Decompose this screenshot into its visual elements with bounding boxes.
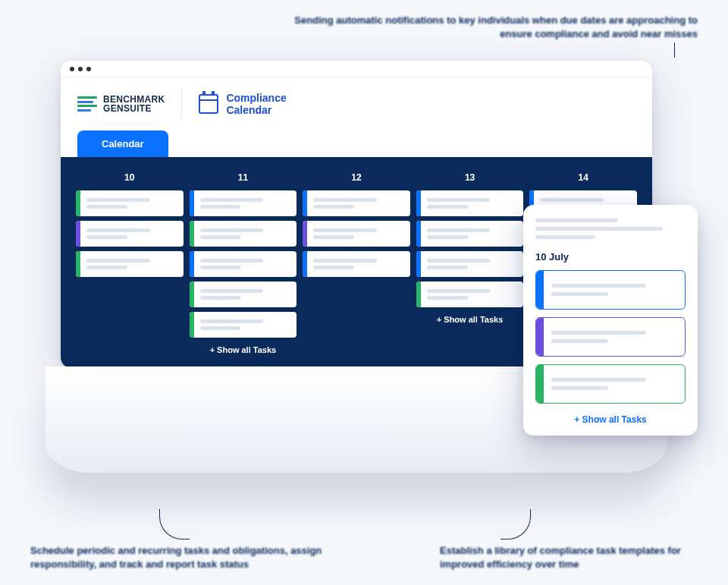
- app-title-line1: Compliance: [226, 92, 286, 104]
- window-dot: [86, 67, 91, 71]
- side-panel-header: [535, 219, 686, 239]
- app-title-text: Compliance Calendar: [226, 92, 286, 116]
- calendar-task-card[interactable]: [190, 251, 297, 277]
- annotation-bottom-right: Establish a library of compliance task t…: [440, 544, 698, 571]
- calendar-task-card[interactable]: [190, 221, 297, 247]
- window-dot: [70, 67, 74, 71]
- side-panel: 10 July + Show all Tasks: [523, 205, 698, 436]
- connector-line: [500, 509, 531, 539]
- calendar-task-card[interactable]: [190, 312, 297, 338]
- connector-line: [159, 509, 190, 539]
- calendar-task-card[interactable]: [416, 251, 524, 277]
- tab-bar: Calendar: [61, 131, 652, 157]
- header-divider: [181, 90, 182, 118]
- connector-line: [674, 42, 675, 58]
- calendar-day-header: 14: [529, 168, 637, 190]
- app-title: Compliance Calendar: [199, 92, 286, 116]
- brand-text: BENCHMARK GENSUITE: [103, 95, 165, 113]
- app-header: BENCHMARK GENSUITE Compliance Calendar: [61, 77, 652, 131]
- tab-calendar[interactable]: Calendar: [77, 131, 168, 157]
- calendar-task-card[interactable]: [416, 221, 524, 247]
- side-panel-cards: [535, 270, 686, 404]
- calendar-task-card[interactable]: [76, 190, 184, 216]
- side-task-card[interactable]: [535, 270, 686, 310]
- window-dot: [78, 67, 83, 71]
- calendar-task-card[interactable]: [303, 190, 410, 216]
- calendar-header-row: 1011121314: [73, 168, 640, 190]
- calendar-day-header: 11: [190, 168, 297, 190]
- brand-line2: GENSUITE: [103, 104, 165, 113]
- side-task-card[interactable]: [535, 364, 686, 404]
- calendar-task-card[interactable]: [190, 281, 297, 307]
- calendar-task-card[interactable]: [190, 190, 297, 216]
- side-show-all-link[interactable]: + Show all Tasks: [535, 411, 686, 425]
- calendar-day-header: 12: [303, 168, 410, 190]
- calendar-day-header: 10: [76, 168, 184, 190]
- calendar-task-card[interactable]: [416, 281, 524, 307]
- show-all-tasks-link[interactable]: + Show all Tasks: [416, 307, 524, 324]
- calendar-task-card[interactable]: [303, 251, 410, 277]
- calendar-task-card[interactable]: [416, 190, 524, 216]
- calendar-icon: [199, 94, 218, 114]
- show-all-tasks-link[interactable]: + Show all Tasks: [190, 338, 297, 354]
- annotation-top: Sending automatic notifications to key i…: [273, 14, 698, 41]
- window-titlebar: [61, 61, 652, 77]
- side-task-card[interactable]: [535, 317, 686, 357]
- side-panel-date: 10 July: [535, 251, 686, 263]
- logo-mark-icon: [77, 94, 97, 114]
- calendar-day-header: 13: [416, 168, 524, 190]
- calendar-task-card[interactable]: [76, 221, 184, 247]
- calendar-task-card[interactable]: [303, 221, 410, 247]
- app-title-line2: Calendar: [226, 104, 286, 116]
- brand-logo: BENCHMARK GENSUITE: [77, 94, 165, 114]
- annotation-bottom-left: Schedule periodic and recurring tasks an…: [30, 544, 334, 571]
- calendar-task-card[interactable]: [76, 251, 184, 277]
